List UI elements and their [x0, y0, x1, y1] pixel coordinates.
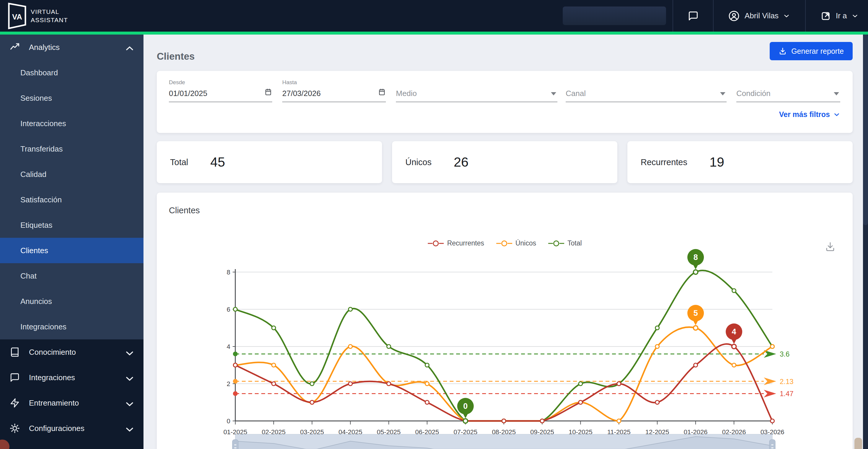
series-line-Total: [235, 270, 772, 421]
sidebar-item-label: Calidad: [20, 170, 46, 179]
select-placeholder: Medio: [396, 89, 417, 98]
sidebar-section-conocimiento[interactable]: Conocimiento: [0, 339, 144, 365]
series-line-Recurrentes: [235, 344, 772, 421]
data-point: [579, 382, 583, 386]
data-point: [234, 363, 237, 367]
data-point: [771, 419, 774, 423]
data-point: [617, 382, 621, 386]
sidebar-item-clientes[interactable]: Clientes: [0, 238, 144, 263]
average-value-label: 3.6: [780, 350, 789, 358]
sidebar-item-sesiones[interactable]: Sesiones: [0, 85, 144, 111]
data-point: [732, 363, 736, 367]
data-point: [425, 382, 429, 386]
data-point: [617, 419, 621, 423]
chevron-down-icon: [125, 348, 135, 358]
filter-value: 01/01/2025: [169, 89, 207, 98]
data-point: [310, 400, 314, 405]
accent-bar: [0, 32, 868, 35]
sidebar-item-satisfaccion[interactable]: Satisfacción: [0, 187, 144, 212]
data-point: [732, 289, 736, 293]
y-tick-label: 6: [227, 306, 230, 313]
dropdown-arrow-icon: [834, 92, 839, 95]
sidebar-item-integraciones[interactable]: Integraciones: [0, 314, 144, 339]
sidebar-section-analytics[interactable]: Analytics: [0, 35, 144, 60]
stat-value: 45: [210, 154, 225, 170]
nav-divider: [673, 0, 673, 32]
sidebar-item-interacciones[interactable]: Interacciones: [0, 111, 144, 136]
dropdown-arrow-icon: [720, 92, 725, 95]
scrollbar-thumb[interactable]: [863, 35, 868, 225]
sidebar-section-entrenamiento[interactable]: Entrenamiento: [0, 390, 144, 416]
sidebar-item-etiquetas[interactable]: Etiquetas: [0, 212, 144, 238]
sidebar-section-integraciones[interactable]: Integraciones: [0, 365, 144, 390]
page-title: Clientes: [157, 51, 194, 62]
data-point: [771, 345, 774, 349]
main-content: Clientes Generar reporte Ver más filtros…: [144, 35, 868, 449]
stat-label: Recurrentes: [641, 157, 687, 167]
nav-divider: [713, 0, 714, 32]
sidebar-item-dashboard[interactable]: Dashboard: [0, 60, 144, 85]
filter-date-desde[interactable]: Desde01/01/2025: [169, 79, 272, 103]
sidebar-item-label: Interacciones: [20, 119, 66, 128]
stat-label: Total: [170, 157, 188, 167]
average-value-label: 2.13: [780, 378, 794, 386]
sidebar-section-label: Entrenamiento: [29, 398, 125, 408]
chevron-up-icon: [125, 43, 135, 54]
pin-value-label: 0: [463, 402, 468, 411]
user-name: Abril Vilas: [745, 11, 779, 20]
more-filters-link[interactable]: Ver más filtros: [779, 110, 840, 119]
filter-select-condicion[interactable]: Condición: [736, 79, 840, 103]
data-point: [348, 307, 352, 311]
sidebar-item-chat[interactable]: Chat: [0, 263, 144, 289]
gear-icon: [10, 423, 20, 433]
brand-line-1: VIRTUAL: [31, 8, 68, 16]
data-point: [387, 345, 391, 349]
sidebar-item-transferidas[interactable]: Transferidas: [0, 136, 144, 161]
stat-value: 19: [709, 154, 724, 170]
sidebar-item-label: Integraciones: [20, 322, 66, 331]
go-to-label: Ir a: [836, 11, 847, 20]
page-scrollbar[interactable]: [863, 35, 868, 449]
external-icon: [820, 11, 831, 21]
stat-card-total: Total45: [157, 141, 382, 183]
brand-logo[interactable]: VA: [8, 3, 27, 30]
filter-date-hasta[interactable]: Hasta27/03/2026: [282, 79, 386, 103]
sidebar-section-label: Conocimiento: [29, 348, 125, 357]
brand-line-2: ASSISTANT: [31, 16, 68, 24]
corner-widget: [855, 438, 862, 449]
stat-label: Únicos: [405, 157, 432, 167]
chevron-down-icon: [852, 13, 858, 19]
chat-icon: [10, 372, 20, 383]
chevron-down-icon: [125, 424, 135, 435]
sidebar-section-configuraciones[interactable]: Configuraciones: [0, 416, 144, 441]
sidebar-item-calidad[interactable]: Calidad: [0, 161, 144, 187]
filter-label: Desde: [169, 79, 272, 86]
data-point: [234, 307, 237, 311]
redacted-nav-element: [563, 6, 666, 25]
filter-select-medio[interactable]: Medio: [396, 79, 557, 103]
data-point: [272, 382, 275, 386]
calendar-icon: [378, 88, 386, 96]
filter-label: Hasta: [282, 79, 386, 86]
data-point: [272, 363, 275, 367]
chevron-down-icon: [125, 399, 135, 409]
data-point: [348, 345, 352, 349]
filter-select-canal[interactable]: Canal: [566, 79, 726, 103]
data-point: [655, 345, 659, 349]
generate-report-button[interactable]: Generar reporte: [770, 42, 852, 60]
go-to-menu[interactable]: Ir a: [820, 0, 858, 32]
download-icon: [779, 47, 787, 55]
sidebar-item-label: Etiquetas: [20, 221, 52, 230]
clientes-line-chart: 0246801-202502-202503-202504-202505-2025…: [157, 192, 852, 449]
sidebar-item-anuncios[interactable]: Anuncios: [0, 289, 144, 314]
data-point: [694, 363, 698, 367]
chart-card: Clientes Recurrentes Únicos Total 024680…: [157, 192, 852, 449]
sidebar-section-label: Configuraciones: [29, 424, 125, 433]
chat-button[interactable]: [688, 0, 699, 32]
data-point: [425, 400, 429, 405]
y-tick-label: 4: [227, 343, 230, 350]
data-point: [579, 400, 583, 405]
user-menu[interactable]: Abril Vilas: [728, 0, 790, 32]
data-point: [348, 382, 352, 386]
sidebar-section-label: Analytics: [29, 43, 125, 52]
